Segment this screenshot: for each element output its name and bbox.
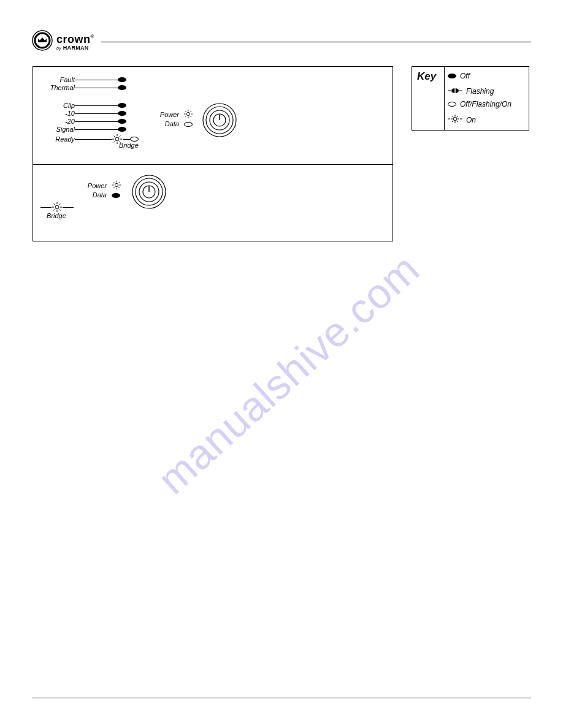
svg-line-60	[452, 121, 453, 122]
svg-line-32	[113, 187, 115, 188]
svg-line-7	[114, 136, 115, 137]
led-off-icon	[118, 85, 126, 90]
key-title: Key	[417, 70, 436, 83]
svg-line-19	[190, 111, 191, 112]
key-item-flashing: Flashing	[448, 86, 494, 97]
key-divider	[444, 67, 445, 130]
led-flashing-icon	[448, 86, 462, 97]
led-off-icon	[118, 111, 126, 116]
svg-line-33	[118, 182, 120, 183]
led-empty-icon	[130, 137, 139, 142]
dial-icon	[202, 102, 237, 140]
bridge-label-top: Bridge	[119, 142, 139, 149]
sun-icon	[52, 202, 63, 213]
led-empty-icon	[184, 122, 193, 127]
brand-text: crown ® by HARMAN	[56, 33, 94, 51]
sun-icon	[448, 114, 462, 126]
svg-point-11	[186, 112, 190, 115]
indicator-thermal: Thermal	[45, 84, 126, 91]
led-off-icon	[112, 193, 120, 198]
indicator-minus20: -20	[45, 118, 126, 125]
data-label-top: Data	[155, 120, 179, 127]
indicator-fault: Fault	[45, 76, 126, 83]
brand-reg: ®	[91, 34, 94, 39]
legend-key: Key Off Flashing Off/Flashing/On On	[412, 66, 529, 131]
led-off-icon	[118, 119, 126, 124]
svg-line-59	[457, 121, 458, 122]
svg-point-2	[115, 137, 119, 141]
svg-line-39	[54, 204, 55, 205]
power-label-top: Power	[155, 111, 179, 118]
led-off-icon	[118, 103, 126, 108]
svg-line-58	[452, 116, 453, 117]
amplifier-panel: Fault Thermal Clip -10 -20 Signal Ready …	[33, 66, 393, 241]
svg-point-53	[453, 117, 457, 121]
led-off-icon	[118, 77, 126, 82]
svg-line-41	[54, 210, 55, 211]
crown-logo-icon	[32, 30, 53, 53]
svg-line-30	[113, 182, 115, 183]
data-label-bottom: Data	[82, 191, 107, 199]
footer-rule	[32, 697, 531, 699]
brand-main: crown	[56, 33, 91, 46]
sun-icon	[112, 180, 121, 190]
svg-line-10	[120, 136, 121, 137]
svg-line-40	[59, 210, 61, 211]
brand-logo: crown ® by HARMAN	[32, 30, 94, 53]
key-item-mixed: Off/Flashing/On	[448, 100, 511, 108]
bridge-label-bottom: Bridge	[47, 212, 66, 219]
panel-divider	[33, 164, 393, 165]
key-item-on: On	[448, 114, 476, 126]
svg-line-18	[185, 116, 186, 117]
svg-point-25	[115, 183, 118, 186]
indicator-minus10: -10	[45, 110, 126, 117]
led-off-icon	[118, 127, 126, 132]
power-label-bottom: Power	[82, 182, 107, 189]
led-off-icon	[448, 74, 456, 78]
svg-point-34	[55, 205, 59, 209]
svg-line-42	[59, 204, 61, 205]
brand-sub: by HARMAN	[56, 45, 94, 51]
svg-line-16	[185, 111, 186, 112]
key-item-off: Off	[448, 72, 470, 80]
svg-line-31	[118, 187, 120, 188]
svg-line-9	[114, 142, 115, 143]
led-empty-icon	[448, 102, 456, 107]
svg-line-61	[457, 116, 458, 117]
page-header: crown ® by HARMAN	[32, 29, 531, 54]
svg-line-17	[190, 116, 191, 117]
indicator-signal: Signal	[45, 126, 126, 133]
header-rule	[101, 41, 531, 43]
dial-icon	[131, 174, 167, 212]
sun-icon	[183, 109, 193, 119]
indicator-clip: Clip	[45, 102, 126, 109]
